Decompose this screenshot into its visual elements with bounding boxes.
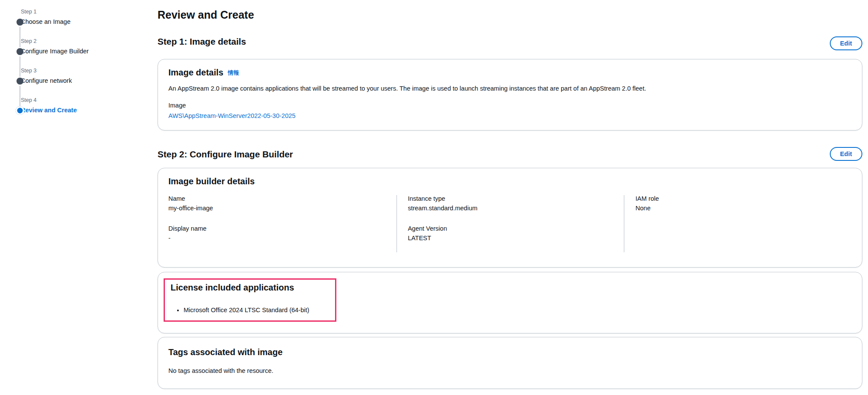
field-label: Display name [168, 225, 388, 232]
field-value: None [635, 205, 843, 212]
step-label: Step 2 [21, 38, 151, 45]
field-value: LATEST [408, 235, 615, 242]
license-applications-title: License included applications [171, 282, 294, 293]
step-name: Choose an Image [21, 18, 151, 26]
image-field-label: Image [168, 102, 852, 109]
step-label: Step 4 [21, 97, 151, 104]
step-label: Step 1 [21, 9, 151, 15]
image-builder-details-title: Image builder details [168, 176, 255, 186]
wizard-steps-nav: Step 1 Choose an Image Step 2 Configure … [8, 9, 151, 127]
image-details-card-title: Image details [168, 67, 224, 78]
tags-card-title: Tags associated with image [168, 347, 283, 357]
step2-section-header: Step 2: Configure Image Builder Edit [158, 147, 862, 161]
field-label: IAM role [635, 195, 843, 202]
image-builder-details-card: Image builder details Name my-office-ima… [158, 168, 862, 268]
page-title: Review and Create [158, 9, 862, 21]
license-application-item: Microsoft Office 2024 LTSC Standard (64-… [184, 306, 326, 314]
kv-field-name: Name my-office-image [168, 195, 388, 212]
kv-column-3: IAM role None [624, 195, 852, 252]
info-link[interactable]: 情報 [228, 69, 239, 76]
key-value-columns: Name my-office-image Display name - Inst… [168, 195, 852, 252]
license-applications-card: License included applications Microsoft … [158, 272, 862, 333]
step-label: Step 3 [21, 68, 151, 74]
field-value: my-office-image [168, 205, 388, 212]
image-details-card: Image details情報 An AppStream 2.0 image c… [158, 59, 862, 131]
image-details-description: An AppStream 2.0 image contains applicat… [168, 85, 852, 92]
field-label: Instance type [408, 195, 615, 202]
field-value: stream.standard.medium [408, 205, 615, 212]
edit-image-details-button[interactable]: Edit [830, 36, 862, 50]
tags-card: Tags associated with image No tags assoc… [158, 337, 862, 389]
edit-image-builder-button[interactable]: Edit [830, 147, 862, 161]
wizard-step-1[interactable]: Step 1 Choose an Image [8, 9, 151, 26]
step-name: Configure network [21, 77, 151, 85]
kv-column-1: Name my-office-image Display name - [168, 195, 396, 252]
step2-section-heading: Step 2: Configure Image Builder [158, 149, 293, 160]
kv-field-iam-role: IAM role None [635, 195, 843, 212]
step1-section-header: Step 1: Image details Edit [158, 32, 862, 50]
kv-column-2: Instance type stream.standard.medium Age… [396, 195, 624, 252]
license-applications-list: Microsoft Office 2024 LTSC Standard (64-… [171, 306, 326, 314]
step-name: Configure Image Builder [21, 48, 151, 55]
completed-step-circle-icon [16, 48, 23, 55]
completed-step-circle-icon [16, 19, 23, 26]
active-step-radio-icon [16, 106, 24, 115]
completed-step-circle-icon [16, 78, 23, 85]
wizard-step-3[interactable]: Step 3 Configure network [8, 68, 151, 85]
field-label: Agent Version [408, 225, 615, 232]
kv-field-instance-type: Instance type stream.standard.medium [408, 195, 615, 212]
step-name: Review and Create [21, 107, 151, 114]
tags-empty-message: No tags associated with the resource. [168, 367, 852, 375]
step1-section-heading: Step 1: Image details [158, 36, 246, 47]
field-value: - [168, 235, 388, 242]
image-name-link[interactable]: AWS\AppStream-WinServer2022-05-30-2025 [168, 112, 296, 120]
kv-field-display-name: Display name - [168, 225, 388, 242]
wizard-step-2[interactable]: Step 2 Configure Image Builder [8, 38, 151, 55]
field-label: Name [168, 195, 388, 202]
pink-highlight-annotation-box: License included applications Microsoft … [164, 278, 336, 322]
kv-field-agent-version: Agent Version LATEST [408, 225, 615, 242]
main-content: Review and Create Step 1: Image details … [158, 0, 862, 389]
wizard-step-4-active[interactable]: Step 4 Review and Create [8, 97, 151, 114]
